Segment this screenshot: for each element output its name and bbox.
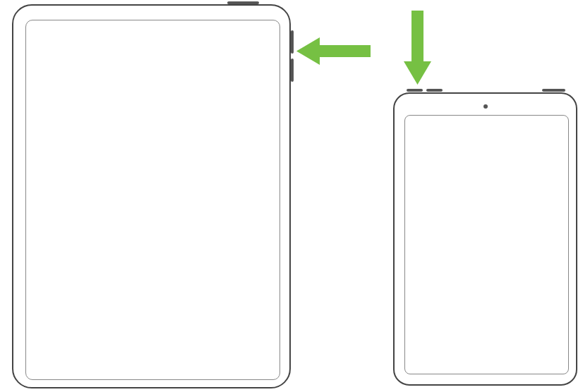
svg-marker-1	[404, 11, 431, 85]
svg-marker-0	[296, 37, 371, 65]
ipad-large	[12, 2, 291, 388]
ipad-large-screen	[25, 20, 280, 380]
ipad-large-volume-down	[291, 59, 294, 82]
ipad-small-camera-icon	[483, 104, 488, 109]
arrow-down-icon	[402, 11, 433, 85]
ipad-small-volume-down	[426, 89, 443, 92]
ipad-small	[393, 90, 577, 386]
ipad-large-body	[12, 4, 291, 388]
ipad-small-body	[393, 92, 577, 386]
ipad-small-top-button	[542, 89, 565, 92]
arrow-left-icon	[296, 35, 371, 67]
ipad-large-volume-up	[291, 30, 294, 54]
ipad-small-screen	[404, 115, 569, 374]
ipad-small-volume-up	[407, 89, 423, 92]
